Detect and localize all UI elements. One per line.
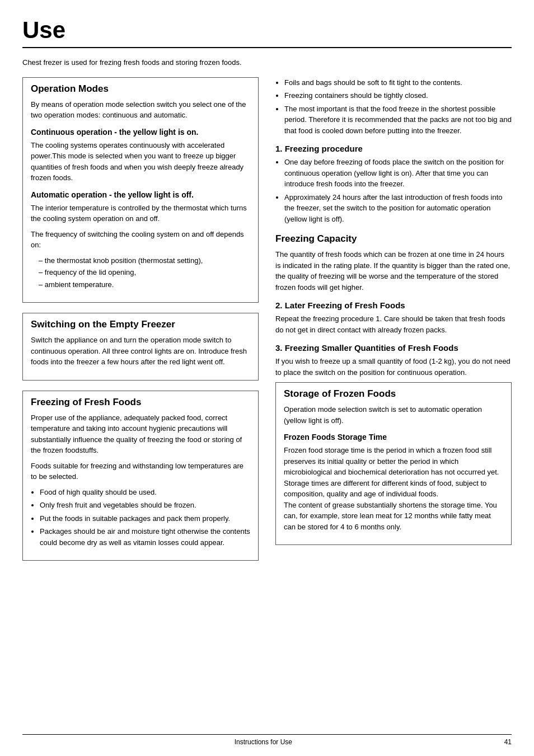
- pkg-bullet-2: Freezing containers should be tightly cl…: [284, 90, 512, 101]
- operation-modes-intro: By means of operation mode selection swi…: [31, 99, 250, 121]
- bullet-item-4: Packages should be air and moisture tigh…: [40, 526, 250, 548]
- bullet-item-1: Food of high quality should be used.: [40, 487, 250, 498]
- page-title: Use: [22, 17, 512, 48]
- freezing-fresh-body2: Foods suitable for freezing and withstan…: [31, 461, 250, 482]
- later-freezing-title: 2. Later Freezing of Fresh Foods: [275, 300, 512, 310]
- switching-body: Switch the appliance on and turn the ope…: [31, 335, 250, 368]
- freezing-fresh-body1: Proper use of the appliance, adequately …: [31, 412, 250, 456]
- freezing-fresh-section: Freezing of Fresh Foods Proper use of th…: [22, 391, 259, 561]
- two-column-layout: Operation Modes By means of operation mo…: [22, 77, 512, 571]
- freezing-fresh-title: Freezing of Fresh Foods: [31, 397, 250, 408]
- automatic-op-dash-list: – the thermostat knob position (thermost…: [35, 255, 250, 290]
- automatic-op-title: Automatic operation - the yellow light i…: [31, 190, 250, 199]
- freezing-procedure-title: 1. Freezing procedure: [275, 144, 512, 153]
- smaller-quantities-body: If you wish to freeze up a small quantit…: [275, 356, 512, 378]
- right-column: Foils and bags should be soft to fit tig…: [275, 77, 512, 571]
- bullet-item-2: Only fresh fruit and vegetables should b…: [40, 500, 250, 511]
- automatic-op-body1: The interior temperature is controlled b…: [31, 203, 250, 224]
- footer-right: 41: [504, 738, 512, 746]
- page-footer: Instructions for Use 41: [22, 734, 512, 746]
- frozen-storage-time-body: Frozen food storage time is the period i…: [284, 445, 503, 532]
- continuous-op-body: The cooling systems operates continuousl…: [31, 140, 250, 184]
- later-freezing-body: Repeat the freezing procedure 1. Care sh…: [275, 313, 512, 335]
- footer-center: Instructions for Use: [235, 738, 292, 746]
- fp-bullet-2: Approximately 24 hours after the last in…: [284, 192, 512, 225]
- continuous-op-title: Continuous operation - the yellow light …: [31, 128, 250, 137]
- page: Use Proper use of the appliance, adequat…: [0, 0, 534, 756]
- operation-modes-title: Operation Modes: [31, 83, 250, 95]
- packaging-bullets: Foils and bags should be soft to fit tig…: [284, 77, 512, 137]
- pkg-bullet-1: Foils and bags should be soft to fit tig…: [284, 77, 512, 88]
- switching-title: Switching on the Empty Freezer: [31, 319, 250, 330]
- left-column: Operation Modes By means of operation mo…: [22, 77, 259, 571]
- storage-frozen-intro: Operation mode selection switch is set t…: [284, 404, 503, 426]
- automatic-op-body2: The frequency of switching the cooling s…: [31, 229, 250, 251]
- switching-section: Switching on the Empty Freezer Switch th…: [22, 313, 259, 381]
- page-intro: Chest frezer is used for frezing fresh f…: [22, 57, 512, 68]
- dash-item-1: – the thermostat knob position (thermost…: [35, 255, 250, 266]
- operation-modes-section: Operation Modes By means of operation mo…: [22, 77, 259, 303]
- dash-item-3: – ambient temperature.: [35, 279, 250, 290]
- storage-frozen-title: Storage of Frozen Foods: [284, 388, 503, 400]
- freezing-capacity-title: Freezing Capacity: [275, 233, 512, 245]
- freezing-procedure-bullets: One day before freezing of foods place t…: [284, 157, 512, 224]
- frozen-storage-time-title: Frozen Foods Storage Time: [284, 433, 503, 442]
- freezing-capacity-body: The quantity of fresh foods which can be…: [275, 249, 512, 293]
- freezing-fresh-bullets: Food of high quality should be used. Onl…: [40, 487, 250, 548]
- dash-item-2: – frequency of the lid opening,: [35, 267, 250, 278]
- pkg-bullet-3: The most important is that the food free…: [284, 104, 512, 137]
- smaller-quantities-title: 3. Freezing Smaller Quantities of Fresh …: [275, 343, 512, 353]
- bullet-item-3: Put the foods in suitable packages and p…: [40, 513, 250, 524]
- storage-frozen-section: Storage of Frozen Foods Operation mode s…: [275, 382, 512, 545]
- fp-bullet-1: One day before freezing of foods place t…: [284, 157, 512, 190]
